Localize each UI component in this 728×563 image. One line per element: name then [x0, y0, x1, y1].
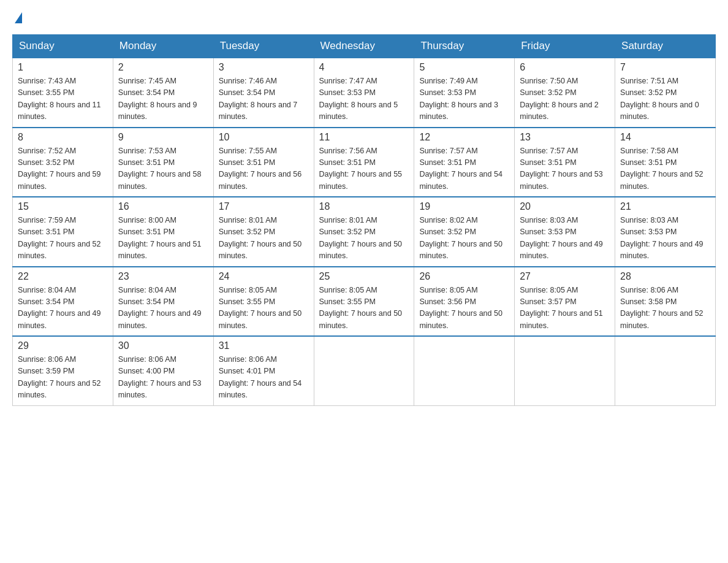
logo	[12, 12, 22, 25]
calendar-cell: 30Sunrise: 8:06 AMSunset: 4:00 PMDayligh…	[113, 336, 213, 405]
day-number: 13	[520, 132, 610, 143]
calendar-header-thursday: Thursday	[414, 35, 515, 58]
day-info: Sunrise: 8:03 AMSunset: 3:53 PMDaylight:…	[620, 215, 710, 262]
day-info: Sunrise: 7:58 AMSunset: 3:51 PMDaylight:…	[620, 145, 710, 193]
calendar-week-3: 15Sunrise: 7:59 AMSunset: 3:51 PMDayligh…	[13, 197, 716, 267]
calendar-week-4: 22Sunrise: 8:04 AMSunset: 3:54 PMDayligh…	[13, 267, 716, 337]
day-number: 23	[118, 271, 208, 282]
day-number: 31	[219, 340, 309, 351]
day-number: 7	[620, 62, 710, 73]
day-info: Sunrise: 7:57 AMSunset: 3:51 PMDaylight:…	[520, 145, 610, 193]
day-number: 5	[419, 62, 509, 73]
calendar-header-monday: Monday	[113, 35, 213, 58]
calendar-cell: 16Sunrise: 8:00 AMSunset: 3:51 PMDayligh…	[113, 197, 213, 267]
calendar-cell: 18Sunrise: 8:01 AMSunset: 3:52 PMDayligh…	[314, 197, 414, 267]
calendar-cell	[515, 336, 615, 405]
calendar-cell: 10Sunrise: 7:55 AMSunset: 3:51 PMDayligh…	[213, 128, 314, 197]
calendar-header-tuesday: Tuesday	[213, 35, 314, 58]
calendar-cell	[414, 336, 515, 405]
day-number: 6	[520, 62, 610, 73]
calendar-cell: 14Sunrise: 7:58 AMSunset: 3:51 PMDayligh…	[615, 128, 716, 197]
day-number: 8	[18, 132, 108, 143]
day-info: Sunrise: 8:04 AMSunset: 3:54 PMDaylight:…	[18, 285, 108, 332]
day-info: Sunrise: 8:02 AMSunset: 3:52 PMDaylight:…	[419, 215, 509, 262]
calendar-cell: 19Sunrise: 8:02 AMSunset: 3:52 PMDayligh…	[414, 197, 515, 267]
day-info: Sunrise: 7:59 AMSunset: 3:51 PMDaylight:…	[18, 215, 108, 262]
day-info: Sunrise: 8:03 AMSunset: 3:53 PMDaylight:…	[520, 215, 610, 262]
day-info: Sunrise: 7:55 AMSunset: 3:51 PMDaylight:…	[219, 145, 309, 193]
day-info: Sunrise: 7:46 AMSunset: 3:54 PMDaylight:…	[219, 75, 309, 123]
calendar-cell: 28Sunrise: 8:06 AMSunset: 3:58 PMDayligh…	[615, 267, 716, 337]
day-info: Sunrise: 7:50 AMSunset: 3:52 PMDaylight:…	[520, 75, 610, 123]
day-number: 4	[319, 62, 409, 73]
day-number: 26	[419, 271, 509, 282]
calendar-cell: 5Sunrise: 7:49 AMSunset: 3:53 PMDaylight…	[414, 58, 515, 128]
day-number: 11	[319, 132, 409, 143]
calendar-cell: 7Sunrise: 7:51 AMSunset: 3:52 PMDaylight…	[615, 58, 716, 128]
day-info: Sunrise: 8:05 AMSunset: 3:56 PMDaylight:…	[419, 285, 509, 332]
calendar-cell: 26Sunrise: 8:05 AMSunset: 3:56 PMDayligh…	[414, 267, 515, 337]
day-number: 24	[219, 271, 309, 282]
calendar-header-friday: Friday	[515, 35, 615, 58]
day-number: 19	[419, 201, 509, 212]
day-info: Sunrise: 8:00 AMSunset: 3:51 PMDaylight:…	[118, 215, 208, 262]
day-info: Sunrise: 7:53 AMSunset: 3:51 PMDaylight:…	[118, 145, 208, 193]
calendar-cell: 24Sunrise: 8:05 AMSunset: 3:55 PMDayligh…	[213, 267, 314, 337]
calendar-cell: 8Sunrise: 7:52 AMSunset: 3:52 PMDaylight…	[13, 128, 113, 197]
calendar-week-1: 1Sunrise: 7:43 AMSunset: 3:55 PMDaylight…	[13, 58, 716, 128]
calendar-cell: 3Sunrise: 7:46 AMSunset: 3:54 PMDaylight…	[213, 58, 314, 128]
calendar-cell: 23Sunrise: 8:04 AMSunset: 3:54 PMDayligh…	[113, 267, 213, 337]
day-info: Sunrise: 8:06 AMSunset: 3:59 PMDaylight:…	[18, 354, 108, 402]
logo-blue-part	[13, 12, 22, 25]
day-number: 9	[118, 132, 208, 143]
day-info: Sunrise: 8:06 AMSunset: 4:00 PMDaylight:…	[118, 354, 208, 402]
calendar-cell: 29Sunrise: 8:06 AMSunset: 3:59 PMDayligh…	[13, 336, 113, 405]
calendar-cell: 27Sunrise: 8:05 AMSunset: 3:57 PMDayligh…	[515, 267, 615, 337]
day-number: 17	[219, 201, 309, 212]
calendar-table: SundayMondayTuesdayWednesdayThursdayFrid…	[12, 34, 716, 406]
day-info: Sunrise: 7:49 AMSunset: 3:53 PMDaylight:…	[419, 75, 509, 123]
day-number: 10	[219, 132, 309, 143]
day-number: 25	[319, 271, 409, 282]
calendar-cell: 1Sunrise: 7:43 AMSunset: 3:55 PMDaylight…	[13, 58, 113, 128]
calendar-cell: 17Sunrise: 8:01 AMSunset: 3:52 PMDayligh…	[213, 197, 314, 267]
day-info: Sunrise: 8:06 AMSunset: 4:01 PMDaylight:…	[219, 354, 309, 402]
day-number: 15	[18, 201, 108, 212]
day-number: 1	[18, 62, 108, 73]
calendar-header-saturday: Saturday	[615, 35, 716, 58]
day-info: Sunrise: 7:45 AMSunset: 3:54 PMDaylight:…	[118, 75, 208, 123]
day-info: Sunrise: 7:56 AMSunset: 3:51 PMDaylight:…	[319, 145, 409, 193]
calendar-cell: 12Sunrise: 7:57 AMSunset: 3:51 PMDayligh…	[414, 128, 515, 197]
day-info: Sunrise: 8:01 AMSunset: 3:52 PMDaylight:…	[319, 215, 409, 262]
calendar-header-sunday: Sunday	[13, 35, 113, 58]
day-info: Sunrise: 8:05 AMSunset: 3:57 PMDaylight:…	[520, 285, 610, 332]
day-number: 12	[419, 132, 509, 143]
logo-arrow-icon	[15, 12, 22, 23]
calendar-cell: 20Sunrise: 8:03 AMSunset: 3:53 PMDayligh…	[515, 197, 615, 267]
day-number: 28	[620, 271, 710, 282]
day-number: 20	[520, 201, 610, 212]
calendar-cell: 21Sunrise: 8:03 AMSunset: 3:53 PMDayligh…	[615, 197, 716, 267]
calendar-cell	[615, 336, 716, 405]
day-number: 21	[620, 201, 710, 212]
day-info: Sunrise: 7:43 AMSunset: 3:55 PMDaylight:…	[18, 75, 108, 123]
day-info: Sunrise: 8:05 AMSunset: 3:55 PMDaylight:…	[319, 285, 409, 332]
calendar-week-5: 29Sunrise: 8:06 AMSunset: 3:59 PMDayligh…	[13, 336, 716, 405]
day-info: Sunrise: 8:04 AMSunset: 3:54 PMDaylight:…	[118, 285, 208, 332]
calendar-cell: 25Sunrise: 8:05 AMSunset: 3:55 PMDayligh…	[314, 267, 414, 337]
calendar-cell: 31Sunrise: 8:06 AMSunset: 4:01 PMDayligh…	[213, 336, 314, 405]
calendar-header-wednesday: Wednesday	[314, 35, 414, 58]
day-number: 29	[18, 340, 108, 351]
page-header	[12, 12, 716, 25]
calendar-cell: 11Sunrise: 7:56 AMSunset: 3:51 PMDayligh…	[314, 128, 414, 197]
calendar-cell: 4Sunrise: 7:47 AMSunset: 3:53 PMDaylight…	[314, 58, 414, 128]
day-number: 16	[118, 201, 208, 212]
day-number: 2	[118, 62, 208, 73]
day-number: 14	[620, 132, 710, 143]
day-number: 30	[118, 340, 208, 351]
day-number: 3	[219, 62, 309, 73]
day-info: Sunrise: 8:05 AMSunset: 3:55 PMDaylight:…	[219, 285, 309, 332]
day-number: 27	[520, 271, 610, 282]
day-number: 18	[319, 201, 409, 212]
calendar-cell: 22Sunrise: 8:04 AMSunset: 3:54 PMDayligh…	[13, 267, 113, 337]
